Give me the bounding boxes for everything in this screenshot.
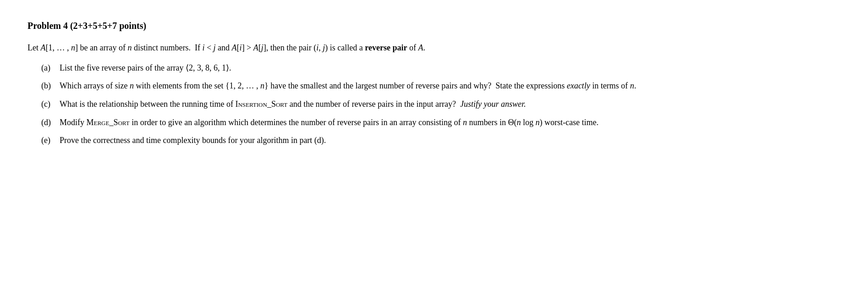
math-A: A xyxy=(41,43,46,52)
math-i2: i xyxy=(240,43,242,52)
part-a: (a) List the five reverse pairs of the a… xyxy=(41,61,841,75)
merge-sort-label: Merge_Sort xyxy=(87,118,130,127)
math-Aj: A xyxy=(253,43,258,52)
part-e-label: (e) xyxy=(41,134,60,148)
part-e: (e) Prove the correctness and time compl… xyxy=(41,134,841,148)
insertion-sort-label: Insertion_Sort xyxy=(235,99,287,109)
math-i: i xyxy=(202,43,204,52)
math-j3: j xyxy=(323,43,325,52)
part-e-content: Prove the correctness and time complexit… xyxy=(60,134,841,148)
math-n2: n xyxy=(127,43,132,52)
math-n1: n xyxy=(71,43,75,52)
part-b-content: Which arrays of size n with elements fro… xyxy=(60,79,841,93)
part-c: (c) What is the relationship between the… xyxy=(41,98,841,111)
part-d-content: Modify Merge_Sort in order to give an al… xyxy=(60,116,841,130)
math-Ai: A xyxy=(232,43,237,52)
part-b: (b) Which arrays of size n with elements… xyxy=(41,79,841,93)
math-A2: A xyxy=(418,43,423,52)
problem-container: Problem 4 (2+3+5+5+7 points) Let A[1, … … xyxy=(27,18,841,148)
part-a-label: (a) xyxy=(41,61,60,75)
reverse-pair-term: reverse pair xyxy=(365,43,407,52)
problem-title: Problem 4 (2+3+5+5+7 points) xyxy=(27,18,841,33)
justify-italic: Justify your answer. xyxy=(460,99,526,109)
part-d: (d) Modify Merge_Sort in order to give a… xyxy=(41,116,841,130)
part-c-label: (c) xyxy=(41,98,60,111)
problem-parts: (a) List the five reverse pairs of the a… xyxy=(41,61,841,148)
part-d-label: (d) xyxy=(41,116,60,130)
part-b-label: (b) xyxy=(41,79,60,93)
math-j: j xyxy=(214,43,216,52)
math-i3: i xyxy=(316,43,319,52)
part-a-content: List the five reverse pairs of the array… xyxy=(60,61,841,75)
problem-intro: Let A[1, … , n] be an array of n distinc… xyxy=(27,41,841,55)
part-c-content: What is the relationship between the run… xyxy=(60,98,841,111)
math-j2: j xyxy=(261,43,264,52)
